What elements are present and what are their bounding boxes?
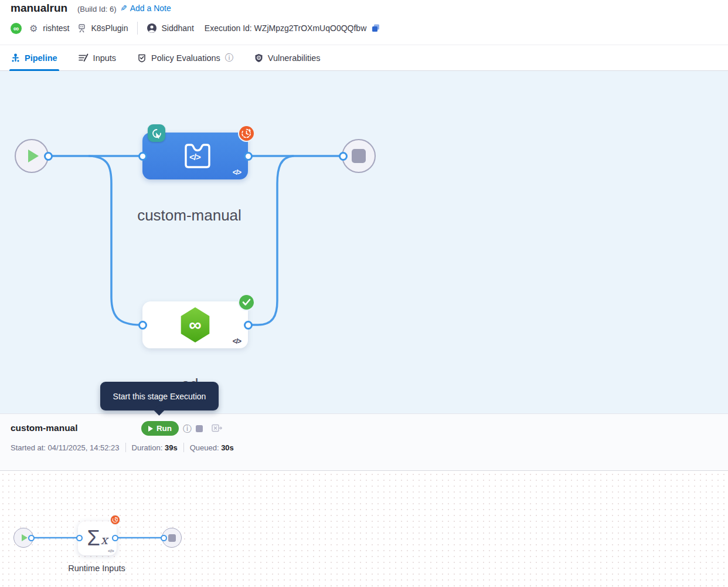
- plugin-icon: [77, 23, 87, 33]
- copy-icon[interactable]: [371, 23, 380, 33]
- pencil-icon: ✎: [120, 4, 127, 13]
- repo-name: rishtest: [43, 23, 69, 33]
- connector-edges: [0, 71, 410, 413]
- runtime-inputs-canvas: Σx </> Runtime Inputs: [0, 471, 728, 587]
- run-meta-row: Started at: 04/11/2025, 14:52:23 Duratio…: [11, 443, 234, 452]
- user-name: Siddhant: [162, 23, 194, 33]
- started-value: 04/11/2025, 14:52:23: [48, 443, 120, 452]
- skip-stage-icon[interactable]: [212, 424, 222, 433]
- divider: [137, 22, 138, 35]
- sigma-icon: Σ: [87, 528, 100, 549]
- tab-pipeline-label: Pipeline: [25, 53, 57, 63]
- duration-value: 39s: [165, 443, 178, 452]
- stop-icon: [168, 534, 176, 542]
- gear-icon: ⚙: [29, 23, 38, 34]
- policy-shield-icon: [137, 53, 147, 63]
- header: manualrun (Build Id: 6) ✎ Add a Note ∞ ⚙…: [0, 0, 728, 45]
- stage-label: custom-manual: [113, 206, 266, 225]
- tab-vulnerabilities[interactable]: Vulnerabilities: [253, 45, 322, 70]
- plugin-name: K8sPlugin: [91, 23, 128, 33]
- port: [244, 152, 253, 161]
- svg-text:</>: </>: [189, 152, 201, 162]
- tab-inputs[interactable]: Inputs: [77, 45, 118, 70]
- run-button[interactable]: Run: [141, 421, 179, 436]
- port: [112, 535, 118, 541]
- port: [244, 321, 253, 330]
- stage-run-bar: custom-manual Run ⓘ Started at: 04/11/20…: [0, 413, 728, 471]
- queued-label: Queued:: [190, 443, 219, 452]
- tab-pipeline[interactable]: Pipeline: [9, 45, 59, 70]
- harness-logo-icon: ∞: [11, 23, 22, 34]
- stop-icon: [352, 149, 366, 163]
- run-play-icon: [148, 426, 153, 432]
- port: [138, 321, 147, 330]
- pipeline-canvas: </> </> custom-manual ∞: [0, 71, 728, 413]
- harness-step-node[interactable]: ∞ </>: [142, 301, 248, 348]
- play-icon: [28, 150, 39, 162]
- user-avatar-icon: [147, 23, 157, 33]
- run-bar-stage-name: custom-manual: [11, 423, 78, 433]
- policy-info-icon: ⓘ: [225, 53, 233, 63]
- port: [44, 152, 53, 161]
- vulnerabilities-shield-icon: [254, 53, 263, 63]
- port: [161, 535, 167, 541]
- tab-inputs-label: Inputs: [93, 53, 117, 63]
- mini-node-label: Runtime Inputs: [38, 564, 155, 573]
- port: [138, 152, 147, 161]
- started-label: Started at:: [11, 443, 46, 452]
- tooltip-text: Start this stage Execution: [113, 392, 206, 401]
- build-id: (Build Id: 6): [77, 5, 116, 13]
- tab-policy-evaluations[interactable]: Policy Evaluations ⓘ: [135, 45, 235, 70]
- manual-interrupt-badge-icon: [148, 124, 165, 142]
- tab-policy-label: Policy Evaluations: [151, 53, 220, 63]
- add-note-label: Add a Note: [130, 4, 171, 13]
- execution-id: Execution Id: WZjMpzg2TrOXmUqO0QQfbw: [205, 23, 366, 33]
- stage-code-chip: </>: [233, 168, 241, 177]
- port: [76, 535, 83, 541]
- duration-label: Duration:: [132, 443, 163, 452]
- success-status-badge-icon: [238, 294, 255, 311]
- pipeline-icon: [11, 53, 20, 63]
- mini-code-chip: </>: [108, 548, 114, 554]
- header-meta-row: ∞ ⚙ rishtest K8sPlugin Siddhant Executio…: [0, 19, 380, 37]
- pending-status-badge-icon: [238, 125, 255, 142]
- step-code-chip: </>: [233, 337, 241, 345]
- port: [28, 535, 35, 541]
- tab-vulnerabilities-label: Vulnerabilities: [268, 53, 321, 63]
- tab-bar: Pipeline Inputs Policy Evaluations ⓘ: [0, 45, 728, 71]
- harness-hexagon-icon: ∞: [179, 307, 211, 342]
- divider: [183, 443, 184, 452]
- stop-square-icon[interactable]: [196, 425, 203, 432]
- queued-value: 30s: [221, 443, 234, 452]
- run-button-label: Run: [157, 424, 172, 433]
- mini-pending-badge-icon: [110, 515, 120, 525]
- execution-page: manualrun (Build Id: 6) ✎ Add a Note ∞ ⚙…: [0, 0, 728, 587]
- inputs-icon: [79, 53, 89, 62]
- play-icon: [22, 534, 28, 541]
- run-tooltip: Start this stage Execution: [100, 382, 219, 410]
- add-note-button[interactable]: ✎ Add a Note: [120, 4, 171, 13]
- custom-stage-icon: </>: [178, 141, 212, 171]
- info-icon[interactable]: ⓘ: [183, 423, 192, 435]
- page-title: manualrun: [11, 2, 67, 15]
- divider: [125, 443, 126, 452]
- port: [339, 152, 348, 161]
